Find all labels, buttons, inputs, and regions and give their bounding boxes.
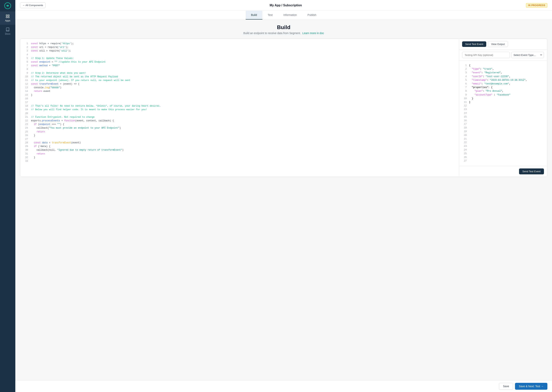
code-lines: 1const https = require('https');2const u… [20,39,456,163]
code-line: 3const util = require('util'); [20,49,456,53]
code-line: 24 callback("You must provide an endpoin… [20,126,456,130]
code-line: 16 [20,97,456,101]
code-line: 7const method = "POST" [20,64,456,68]
json-line: 13 [462,108,544,112]
json-line: 1{ [462,64,544,67]
code-line: 1const https = require('https'); [20,42,456,46]
code-line: 12const transformEvent = (event) => { [20,82,456,86]
json-line: 12 [462,104,544,108]
code-line: 27 [20,137,456,141]
code-line: 31 return [20,152,456,156]
back-button[interactable]: ← All Components [20,2,46,8]
json-line: 3 "event": "Registered", [462,71,544,75]
build-title: Build [20,24,547,30]
code-line: 17 [20,101,456,104]
code-line: 4 [20,53,456,57]
svg-rect-2 [8,15,9,16]
page-content: Build Build an endpoint to receive data … [15,20,552,380]
tab-publish[interactable]: Publish [302,11,322,20]
sidebar-item-docs-label: Docs [5,33,10,35]
editor-container: 1const https = require('https');2const u… [20,38,547,177]
sidebar: Apps Docs [0,0,15,392]
sidebar-item-apps-label: Apps [5,19,10,22]
app-logo [0,0,15,12]
json-line: 21 [462,137,544,141]
code-line: 33 [20,160,456,163]
right-panel: Send Test Event View Output Select Event… [459,39,547,177]
save-button[interactable]: Save [499,383,513,390]
code-line: 5// Step 1: Update These Values: [20,57,456,60]
code-line: 9// Step 2: Determine what data you want… [20,71,456,75]
tab-information[interactable]: Information [278,11,302,20]
code-line: 30 callback(null, "Ignored due to empty … [20,148,456,152]
send-test-event-button[interactable]: Send Test Event [519,168,544,174]
json-line: 8 "plan": "Pro Annual", [462,89,544,93]
json-line: 7 "properties": { [462,86,544,89]
code-line: 13 console.log("bbbbb") [20,86,456,90]
footer-buttons: Save Save & Next: Test → [499,383,547,390]
right-panel-footer: Send Test Event [459,166,547,177]
code-line: 32 } [20,156,456,160]
json-line: 6 "email": "test@example.com", [462,82,544,86]
send-test-event-tab[interactable]: Send Test Event [462,41,486,47]
json-line: 11} [462,100,544,104]
json-line: 25 [462,152,544,156]
event-type-select[interactable]: Select Event Type...TrackPageIdentifyGro… [511,52,544,58]
json-line: 23 [462,145,544,148]
json-line: 2 "type": "track", [462,67,544,71]
save-next-button[interactable]: Save & Next: Test → [515,383,547,390]
tab-test[interactable]: Test [262,11,278,20]
learn-more-link[interactable]: Learn more in doc [302,32,324,35]
code-line: 26 } [20,134,456,137]
main-area: ← All Components My App / Subscription I… [15,0,552,392]
code-editor[interactable]: 1const https = require('https');2const u… [20,39,456,177]
code-line: 18// That's all folks! No need to ventur… [20,104,456,108]
tab-build[interactable]: Build [246,11,262,20]
json-line: 26 [462,156,544,159]
code-line: 28 const data = transformEvent(event) [20,141,456,145]
code-line: 20 [20,112,456,115]
code-line: 25 return [20,130,456,134]
json-line: 24 [462,148,544,152]
code-line: 19// Below you will find helper code. It… [20,108,456,112]
code-line: 21// Function Entrypoint. Not required t… [20,115,456,119]
json-line: 16 [462,119,544,123]
bottom-bar: Save Save & Next: Test → [15,380,552,392]
topbar: ← All Components My App / Subscription I… [15,0,552,11]
status-badge: IN PROGRESS [526,3,547,8]
json-line: 19 [462,130,544,133]
code-line: 15} [20,93,456,97]
build-subtitle: Build an endpoint to receive data from S… [20,32,547,35]
json-line: 15 [462,115,544,119]
json-viewer[interactable]: 1{2 "type": "track",3 "event": "Register… [459,61,547,166]
json-line: 4 "userId": "test-user-12238", [462,75,544,78]
code-line: 29 if (!data) { [20,145,456,148]
svg-rect-4 [8,17,9,18]
json-line: 9 "accountType" : "Facebook" [462,93,544,97]
tabs-bar: Build Test Information Publish [15,11,552,20]
json-line: 18 [462,126,544,130]
code-line: 23 if (endpoint === "") { [20,123,456,126]
code-line: 22exports.processEvents = function(event… [20,119,456,123]
json-line: 27 [462,159,544,163]
code-line: 11// to your endpoint (above). If you re… [20,79,456,82]
editor-layout: 1const https = require('https');2const u… [20,39,547,177]
view-output-tab[interactable]: View Output [488,41,508,47]
code-line: 2const url = require('url'); [20,46,456,49]
build-header: Build Build an endpoint to receive data … [20,24,547,35]
code-line: 14 return event [20,90,456,93]
json-line: 5 "timestamp": "2019-04-08T01:19:38.931Z… [462,78,544,82]
code-line: 8 [20,68,456,71]
code-line: 6const endpoint = "" //update this to yo… [20,60,456,64]
page-title: My App / Subscription [49,4,523,7]
api-key-input[interactable] [462,52,510,58]
svg-rect-3 [6,17,7,18]
sidebar-item-apps[interactable]: Apps [0,12,15,25]
json-line: 10 } [462,97,544,100]
json-line: 20 [462,133,544,137]
svg-rect-1 [6,15,7,16]
sidebar-item-docs[interactable]: Docs [0,25,15,38]
right-panel-header: Send Test Event View Output [459,39,547,49]
right-panel-inputs: Select Event Type...TrackPageIdentifyGro… [459,49,547,61]
json-line: 17 [462,123,544,126]
